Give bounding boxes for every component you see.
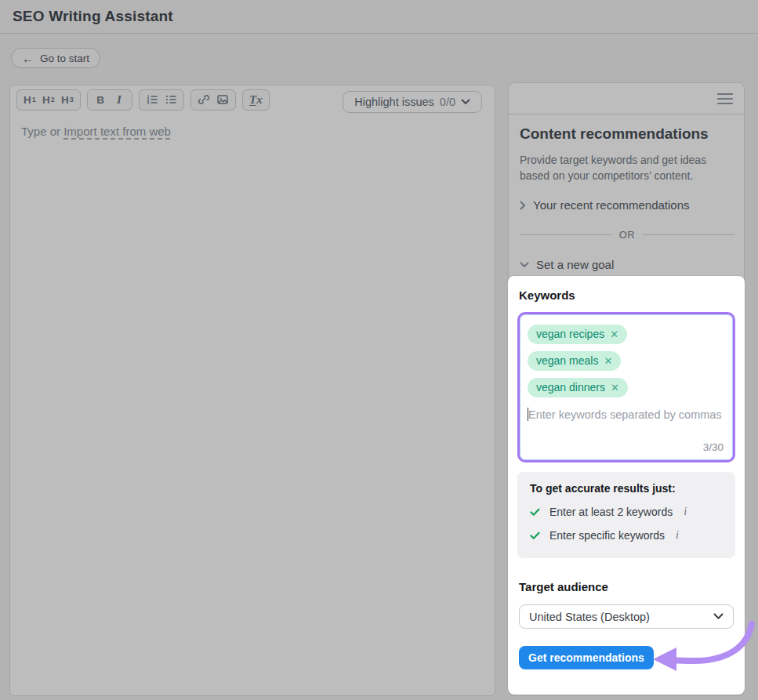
- divider-line: [643, 234, 734, 235]
- toolbar-group-lists: 123: [139, 89, 184, 111]
- highlight-issues-label: Highlight issues: [354, 96, 434, 108]
- app: SEO Writing Assistant ← Go to start H1 H…: [0, 0, 758, 700]
- ordered-list-button[interactable]: 123: [143, 91, 161, 109]
- or-divider: OR: [520, 229, 734, 241]
- clear-format-x: x: [256, 94, 263, 105]
- info-icon[interactable]: i: [674, 529, 680, 542]
- remove-keyword-button[interactable]: ✕: [610, 329, 618, 339]
- clear-format-t: T: [249, 93, 256, 106]
- ordered-list-icon: 123: [146, 93, 158, 106]
- heading1-label: H: [24, 94, 31, 106]
- editor-panel: H1 H2 H3 B I 123: [9, 85, 495, 696]
- tips-title: To get accurate results just:: [530, 482, 723, 495]
- chevron-right-icon: [520, 201, 526, 210]
- toolbar-group-format: B I: [87, 89, 132, 111]
- page-header: SEO Writing Assistant: [0, 0, 758, 34]
- editor-content[interactable]: Type or Import text from web: [21, 125, 484, 138]
- get-recommendations-button[interactable]: Get recommendations: [519, 646, 654, 669]
- heading1-button[interactable]: H1: [20, 91, 39, 109]
- set-new-goal-label: Set a new goal: [536, 258, 614, 271]
- heading2-button[interactable]: H2: [39, 91, 58, 109]
- keyword-tag-text: vegan recipes: [536, 328, 604, 340]
- link-icon: [198, 93, 210, 106]
- check-icon: [530, 508, 540, 517]
- toolbar-group-headings: H1 H2 H3: [16, 89, 81, 111]
- chevron-down-icon: [461, 99, 470, 105]
- back-arrow-icon: ←: [22, 53, 34, 64]
- clear-format-icon: T: [249, 94, 256, 106]
- keywords-label: Keywords: [519, 288, 575, 302]
- heading1-sub: 1: [32, 96, 36, 103]
- editor-placeholder: Type or: [21, 125, 63, 138]
- tips-box: To get accurate results just: Enter at l…: [517, 472, 735, 558]
- image-icon: [216, 93, 229, 106]
- heading3-sub: 3: [70, 96, 74, 103]
- insert-link-button[interactable]: [194, 91, 213, 109]
- remove-keyword-button[interactable]: ✕: [611, 383, 619, 393]
- info-icon[interactable]: i: [682, 506, 688, 518]
- keyword-tag: vegan meals ✕: [528, 351, 621, 371]
- tip-text: Enter at least 2 keywords: [549, 506, 673, 518]
- toolbar-group-clear: Tx: [242, 89, 270, 111]
- divider-line: [520, 234, 611, 235]
- bold-button[interactable]: B: [91, 91, 110, 109]
- editor-toolbar: H1 H2 H3 B I 123: [16, 89, 488, 111]
- remove-keyword-button[interactable]: ✕: [604, 356, 612, 366]
- highlight-issues-count: 0/0: [440, 96, 455, 108]
- go-to-start-label: Go to start: [40, 53, 89, 64]
- keywords-placeholder: Enter keywords separated by commas: [528, 408, 722, 421]
- target-audience-value: United States (Desktop): [529, 611, 650, 623]
- keywords-placeholder-row: Enter keywords separated by commas: [528, 408, 725, 421]
- keywords-input[interactable]: vegan recipes ✕ vegan meals ✕ vegan dinn…: [517, 312, 735, 462]
- target-audience-select[interactable]: United States (Desktop): [519, 604, 734, 629]
- recent-recommendations-label: Your recent recommendations: [533, 198, 690, 212]
- go-to-start-button[interactable]: ← Go to start: [11, 48, 100, 68]
- bullet-list-button[interactable]: [161, 91, 180, 109]
- keyword-tag-text: vegan meals: [536, 354, 598, 367]
- toolbar-group-insert: [190, 89, 236, 111]
- set-new-goal-toggle[interactable]: Set a new goal: [520, 258, 614, 271]
- menu-icon-bar: [717, 103, 733, 104]
- tip-row: Enter specific keywords i: [530, 529, 723, 542]
- keyword-tag: vegan recipes ✕: [528, 325, 627, 344]
- panel-subtitle: Provide target keywords and get ideas ba…: [520, 152, 728, 183]
- keyword-tag-text: vegan dinners: [536, 381, 605, 394]
- bullet-list-icon: [165, 93, 177, 106]
- heading2-sub: 2: [51, 96, 55, 103]
- insert-image-button[interactable]: [213, 91, 232, 109]
- clear-formatting-button[interactable]: Tx: [246, 91, 266, 109]
- menu-icon: [717, 93, 733, 95]
- menu-icon-bar: [717, 98, 733, 100]
- keyword-tag: vegan dinners ✕: [528, 378, 628, 397]
- page-title: SEO Writing Assistant: [13, 8, 173, 25]
- target-audience-label: Target audience: [519, 580, 608, 593]
- highlight-issues-dropdown[interactable]: Highlight issues 0/0: [343, 91, 482, 113]
- italic-button[interactable]: I: [110, 91, 129, 109]
- goal-form-section: Keywords vegan recipes ✕ vegan meals ✕ v…: [508, 276, 745, 695]
- svg-text:3: 3: [147, 100, 150, 105]
- menu-button[interactable]: [717, 92, 733, 105]
- heading3-label: H: [61, 94, 69, 106]
- or-label: OR: [619, 229, 636, 241]
- check-icon: [530, 531, 540, 540]
- heading2-label: H: [42, 94, 50, 106]
- chevron-down-icon: [713, 613, 724, 620]
- tip-row: Enter at least 2 keywords i: [530, 506, 723, 518]
- recent-recommendations-toggle[interactable]: Your recent recommendations: [520, 198, 690, 212]
- panel-title: Content recommendations: [520, 125, 709, 143]
- import-text-link[interactable]: Import text from web: [63, 125, 171, 138]
- heading3-button[interactable]: H3: [58, 91, 77, 109]
- chevron-down-icon: [520, 262, 529, 268]
- tip-text: Enter specific keywords: [549, 529, 665, 542]
- keywords-counter: 3/30: [703, 441, 724, 453]
- panel-toolbar: [509, 83, 744, 114]
